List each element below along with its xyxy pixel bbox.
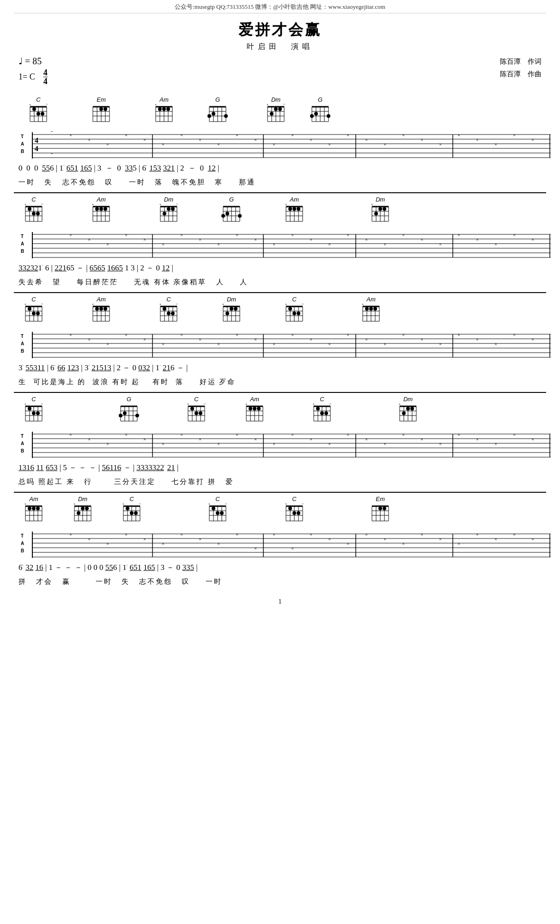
svg-text:×: × — [365, 137, 368, 142]
svg-point-24 — [103, 107, 107, 111]
svg-point-61 — [270, 112, 274, 116]
chord-C-3b: C x ○ — [158, 296, 179, 324]
svg-text:x: x — [155, 103, 157, 106]
header-text: 公众号:musegtp QQ:731335515 微博：@小叶歌吉他 网址：ww… — [175, 3, 385, 10]
svg-text:4: 4 — [35, 136, 38, 144]
svg-text:×: × — [310, 237, 312, 242]
svg-text:×: × — [402, 232, 405, 238]
notation-line-2: 332321· 6 | 22165 － | 6565 1665 1 3 | 2 … — [14, 258, 546, 278]
svg-text:×: × — [180, 132, 183, 138]
chord-G-4: G — [118, 396, 140, 424]
svg-text:×: × — [199, 536, 201, 542]
svg-text:×: × — [439, 241, 442, 247]
svg-text:×: × — [476, 532, 479, 537]
page-number: 1 — [14, 598, 546, 606]
svg-text:×: × — [531, 337, 534, 342]
svg-text:×: × — [347, 432, 349, 437]
svg-point-9 — [32, 107, 36, 111]
svg-text:x: x — [24, 403, 26, 406]
svg-text:○: ○ — [204, 403, 206, 406]
svg-text:×: × — [310, 436, 312, 442]
svg-point-425 — [316, 407, 320, 410]
svg-text:×: × — [199, 137, 201, 142]
svg-text:×: × — [273, 241, 275, 247]
chord-Em-1: Em — [91, 96, 112, 124]
svg-text:×: × — [402, 432, 405, 437]
svg-text:×: × — [439, 536, 442, 542]
svg-text:×: × — [291, 132, 294, 138]
chord-Am-3: Am x — [91, 296, 112, 324]
svg-text:×: × — [310, 337, 312, 342]
svg-point-440 — [410, 407, 414, 410]
lyrics-line-1: 一时 失 志不免怨 叹 一时 落 魄不免胆 寒 那通 — [14, 178, 546, 190]
svg-point-508 — [77, 511, 80, 515]
svg-text:×: × — [254, 545, 257, 551]
svg-text:×: × — [347, 541, 349, 546]
chord-G-1b: G — [310, 96, 331, 124]
notation-line-3: 3· 55311 | 6· 66 123 | 3· 21513 | 2 － 0 … — [14, 358, 546, 378]
svg-text:×: × — [143, 337, 146, 342]
svg-text:×: × — [88, 436, 91, 442]
svg-text:x: x — [267, 103, 268, 106]
svg-text:×: × — [199, 337, 201, 342]
chord-C-5c: C x ○ — [284, 496, 305, 524]
svg-text:×: × — [236, 332, 238, 337]
chord-Am-2b: Am x — [284, 196, 305, 224]
svg-text:○: ○ — [176, 203, 178, 206]
svg-point-373 — [32, 411, 36, 415]
lyrics-line-4: 总吗 照起工 来 行 三分天注定 七分靠打 拼 爱 — [14, 477, 546, 489]
chord-C-1: C — [28, 96, 49, 124]
lyrics-line-5: 拼 才会 赢 一时 失 志不免怨 叹 一时 — [14, 577, 546, 589]
svg-text:×: × — [273, 532, 275, 537]
performer: 叶启田 演唱 — [14, 42, 546, 52]
svg-text:×: × — [494, 141, 497, 147]
svg-text:×: × — [365, 532, 368, 537]
svg-text:×: × — [143, 137, 146, 142]
chord-C-3: C x ○ — [23, 296, 44, 324]
svg-point-131 — [32, 212, 36, 215]
svg-text:×: × — [383, 241, 386, 247]
key-text: 1= C — [18, 72, 35, 81]
chord-C-4b: C x ○ — [186, 396, 207, 424]
svg-point-549 — [297, 511, 300, 515]
svg-point-495 — [36, 507, 40, 510]
svg-text:○: ○ — [329, 403, 331, 406]
svg-text:x: x — [122, 502, 124, 506]
svg-text:A: A — [21, 441, 24, 446]
chord-Dm-2b: Dm x — [370, 196, 391, 224]
svg-text:×: × — [328, 141, 331, 147]
chord-Dm-3: Dm x — [221, 296, 242, 324]
tab-staff-5: T A B ××× ××× ××× ×× ×× ××× ××× ××× ×× ×… — [18, 525, 551, 558]
chord-Em-5: Em — [370, 496, 391, 524]
svg-text:×: × — [420, 532, 423, 537]
svg-point-172 — [225, 212, 229, 215]
song-title: 爱拼才会赢 — [14, 20, 546, 40]
svg-point-561 — [378, 507, 382, 510]
svg-point-49 — [224, 114, 228, 118]
svg-point-374 — [36, 411, 40, 415]
svg-text:×: × — [254, 337, 257, 342]
svg-text:A: A — [21, 141, 24, 147]
svg-text:×: × — [180, 432, 183, 437]
svg-text:×: × — [531, 536, 534, 542]
svg-point-10 — [37, 112, 40, 116]
svg-text:×: × — [236, 232, 238, 238]
svg-text:×: × — [69, 432, 72, 437]
chord-C-3c: C x ○ — [284, 296, 305, 324]
svg-text:B: B — [21, 448, 24, 453]
svg-point-250 — [28, 307, 31, 311]
svg-text:×: × — [328, 441, 331, 447]
svg-text:x: x — [362, 303, 364, 306]
svg-text:×: × — [199, 436, 201, 442]
svg-point-35 — [162, 107, 166, 111]
svg-point-75 — [327, 114, 330, 118]
svg-text:×: × — [531, 237, 534, 242]
svg-point-562 — [383, 507, 386, 510]
chord-Dm-4: Dm x — [397, 396, 419, 424]
section-5: Am x — [14, 492, 546, 589]
svg-text:×: × — [162, 241, 164, 247]
svg-point-171 — [221, 214, 225, 218]
svg-point-36 — [166, 107, 170, 111]
svg-point-278 — [167, 312, 170, 315]
svg-text:x: x — [187, 403, 189, 406]
